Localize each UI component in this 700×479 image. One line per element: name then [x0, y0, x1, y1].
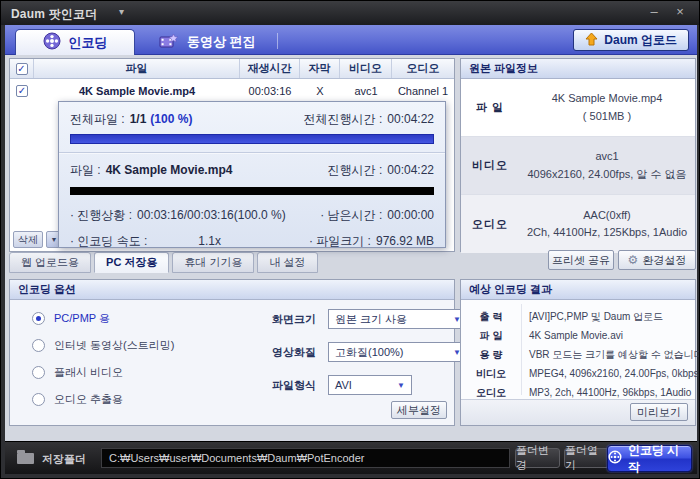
bottom-bar: 저장폴더 C:₩Users₩user₩Documents₩Daum₩PotEnc…	[5, 441, 697, 474]
dialog-total-row: 전체파일 :1/1(100 %) 전체진행시간 :00:04:22	[70, 111, 434, 128]
file-format-select[interactable]: AVI ▼	[328, 375, 412, 395]
select-all-checkbox[interactable]: ✓	[16, 63, 28, 75]
radio-pc-pmp[interactable]: PC/PMP 용	[32, 311, 110, 326]
start-encoding-label: 인코딩 시작	[628, 442, 691, 476]
radio-flash-label: 플래시 비디오	[54, 365, 123, 380]
video-quality-select[interactable]: 고화질(100%) ▼	[328, 342, 468, 362]
encoding-speed: · 인코딩 속도 :1.1x	[70, 233, 221, 250]
column-duration[interactable]: 재생시간	[240, 59, 300, 78]
source-file-value: 4K Sample Movie.mp4 ( 501MB )	[519, 90, 695, 124]
result-size-row: 용 량 VBR 모드는 크기를 예상할 수 없습니다.	[461, 345, 695, 364]
total-time: 전체진행시간 :00:04:22	[304, 111, 434, 128]
column-audio[interactable]: 오디오	[392, 59, 454, 78]
dialog-status-row: · 진행상황 :00:03:16/00:03:16(100.0 %) · 남은시…	[70, 207, 434, 224]
source-file-row: 파 일 4K Sample Movie.mp4 ( 501MB )	[461, 79, 695, 137]
total-files-value: 1/1	[130, 112, 147, 126]
start-encoding-button[interactable]: 인코딩 시작	[607, 445, 692, 472]
open-folder-button[interactable]: 폴더열기	[564, 448, 609, 468]
remaining-time: · 남은시간 :00:00:00	[320, 207, 434, 224]
encoding-options-title: 인코딩 옵션	[10, 280, 454, 300]
total-files-label: 전체파일 :	[70, 112, 125, 126]
file-format-value: AVI	[335, 379, 352, 391]
detail-settings-button[interactable]: 세부설정	[391, 401, 447, 419]
folder-icon	[17, 453, 34, 464]
column-file[interactable]: 파일	[34, 59, 240, 78]
save-folder-label: 저장폴더	[42, 452, 86, 467]
encoding-progress-dialog: 전체파일 :1/1(100 %) 전체진행시간 :00:04:22 파일 :4K…	[58, 101, 446, 248]
result-file-label: 파 일	[461, 329, 521, 343]
result-video-row: 비디오 MPEG4, 4096x2160, 24.00Fps, 0kbps	[461, 364, 695, 383]
film-reel-icon	[43, 32, 61, 53]
settings-button[interactable]: ⚙ 환경설정	[618, 250, 696, 270]
radio-dot-icon[interactable]	[32, 393, 45, 406]
tab-encoding-label: 인코딩	[69, 34, 108, 52]
gear-icon: ⚙	[628, 254, 639, 266]
title-menu-caret-icon[interactable]: ▾	[119, 6, 124, 17]
preset-share-button[interactable]: 프리셋 공유	[548, 250, 614, 270]
preset-tab-mobile[interactable]: 휴대 기기용	[172, 252, 254, 273]
result-output-label: 출 력	[461, 310, 521, 324]
column-video[interactable]: 비디오	[340, 59, 392, 78]
expected-result-title: 예상 인코딩 결과	[461, 280, 695, 300]
minimize-button[interactable]: –	[643, 3, 665, 21]
total-progress-bar	[70, 134, 434, 144]
main-nav-band: 인코딩 동영상 편집 Daum 업로드	[5, 25, 697, 55]
preset-tab-web-upload[interactable]: 웹 업로드용	[9, 252, 91, 273]
save-folder-path[interactable]: C:₩Users₩user₩Documents₩Daum₩PotEncoder	[101, 448, 510, 468]
radio-pc-pmp-label: PC/PMP 용	[54, 311, 110, 326]
tab-encoding[interactable]: 인코딩	[15, 29, 135, 55]
preset-tab-pc-save[interactable]: PC 저장용	[94, 252, 169, 273]
file-progress-bar	[70, 187, 434, 195]
result-body: 출 력 [AVI]PC,PMP 및 Daum 업로드 파 일 4K Sample…	[461, 300, 695, 399]
column-subtitle[interactable]: 자막	[300, 59, 340, 78]
select-all-cell[interactable]: ✓	[10, 59, 34, 78]
radio-dot-icon[interactable]	[32, 339, 45, 352]
cell-video-codec: avc1	[340, 79, 392, 103]
screen-size-row: 화면크기 원본 크기 사용 ▼	[272, 309, 468, 329]
daum-upload-button[interactable]: Daum 업로드	[573, 29, 689, 51]
result-video-value: MPEG4, 4096x2160, 24.00Fps, 0kbps	[521, 368, 699, 379]
settings-label: 환경설정	[642, 253, 686, 268]
dialog-file-row: 파일 :4K Sample Movie.mp4 진행시간 :00:04:22	[70, 162, 434, 179]
radio-internet-label: 인터넷 동영상(스트리밍)	[54, 338, 174, 353]
preview-button[interactable]: 미리보기	[630, 403, 688, 421]
close-button[interactable]: ×	[669, 3, 691, 21]
source-audio-label: 오디오	[461, 217, 519, 232]
file-row[interactable]: ✓ 4K Sample Movie.mp4 00:03:16 X avc1 Ch…	[10, 79, 454, 103]
radio-dot-icon[interactable]	[32, 312, 45, 325]
tab-video-edit[interactable]: 동영상 편집	[145, 29, 270, 55]
change-folder-button[interactable]: 폴더변경	[515, 448, 560, 468]
radio-dot-icon[interactable]	[32, 366, 45, 379]
expected-result-panel: 예상 인코딩 결과 출 력 [AVI]PC,PMP 및 Daum 업로드 파 일…	[460, 279, 696, 426]
result-file-value: 4K Sample Movie.avi	[521, 330, 623, 341]
total-percent: (100 %)	[150, 112, 192, 126]
film-edit-icon	[159, 33, 179, 52]
radio-flash-video[interactable]: 플래시 비디오	[32, 365, 123, 380]
row-check-cell[interactable]: ✓	[10, 79, 34, 103]
result-video-label: 비디오	[461, 367, 521, 381]
app-window: Daum 팟인코더 ▾ – × 인코딩 동영상 편집 Daum 업로드	[0, 0, 700, 479]
title-bar[interactable]: Daum 팟인코더 ▾ – ×	[1, 1, 699, 25]
result-file-row: 파 일 4K Sample Movie.avi	[461, 326, 695, 345]
remaining-label: · 남은시간 :	[320, 208, 382, 222]
content-area: ✓ 파일 재생시간 자막 비디오 오디오 ✓ 4K Sample Movie.m…	[5, 55, 697, 443]
encoding-options-panel: 인코딩 옵션 PC/PMP 용 인터넷 동영상(스트리밍) 플래시 비디오 오디…	[9, 279, 455, 426]
window-title: Daum 팟인코더	[11, 6, 97, 23]
encoding-speed-value: 1.1x	[198, 234, 221, 248]
radio-audio-label: 오디오 추출용	[54, 392, 123, 407]
result-size-value: VBR 모드는 크기를 예상할 수 없습니다.	[521, 348, 700, 362]
screen-size-select[interactable]: 원본 크기 사용 ▼	[328, 309, 468, 329]
radio-audio-extract[interactable]: 오디오 추출용	[32, 392, 123, 407]
preset-tab-my-settings[interactable]: 내 설정	[257, 252, 317, 273]
source-video-label: 비디오	[461, 158, 519, 173]
source-audio-row: 오디오 AAC(0xff) 2Ch, 44100Hz, 125Kbps, 1Au…	[461, 195, 695, 253]
chevron-down-icon: ▼	[397, 381, 405, 390]
radio-internet-streaming[interactable]: 인터넷 동영상(스트리밍)	[32, 338, 174, 353]
source-video-row: 비디오 avc1 4096x2160, 24.00fps, 알 수 없음	[461, 137, 695, 195]
row-checkbox[interactable]: ✓	[16, 85, 28, 97]
cell-audio: Channel 1	[392, 79, 454, 103]
file-list-header: ✓ 파일 재생시간 자막 비디오 오디오	[10, 59, 454, 79]
delete-file-button[interactable]: 삭제	[13, 231, 43, 248]
dialog-speed-row: · 인코딩 속도 :1.1x · 파일크기 :976.92 MB	[70, 233, 434, 250]
progress-status-label: · 진행상황 :	[70, 208, 132, 222]
